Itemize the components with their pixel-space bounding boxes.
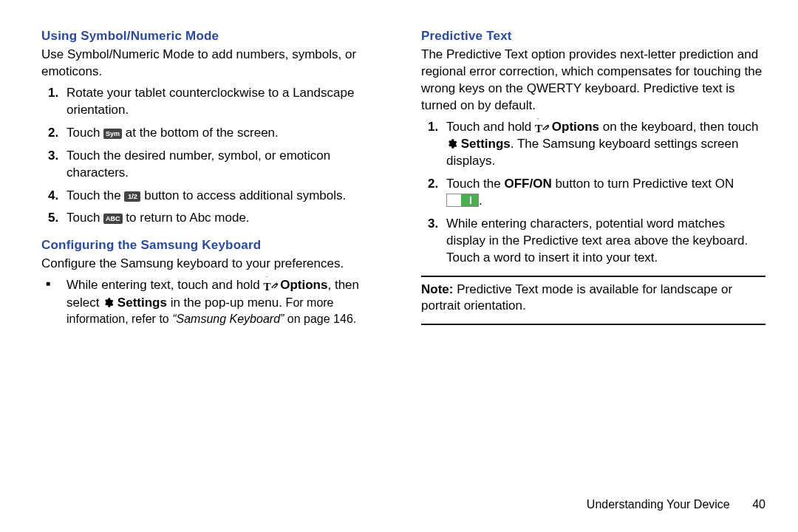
heading-configure-keyboard: Configuring the Samsung Keyboard	[41, 237, 386, 254]
note-block: Note: Predictive Text mode is available …	[421, 276, 765, 326]
divider	[421, 276, 765, 277]
page-footer: Understanding Your Device 40	[587, 497, 765, 513]
gear-icon	[103, 297, 114, 308]
options-icon: T¨	[264, 279, 277, 294]
text: While entering text, touch and hold	[66, 278, 264, 292]
text: .	[479, 194, 482, 208]
text: at the bottom of the screen.	[122, 126, 279, 140]
page-number: 40	[752, 497, 765, 513]
text: to return to Abc mode.	[123, 211, 250, 225]
label-settings: Settings	[457, 137, 511, 151]
label-settings: Settings	[114, 296, 167, 310]
sym-step-1: Rotate your tablet counterclockwise to a…	[62, 85, 386, 119]
footer-section: Understanding Your Device	[587, 498, 730, 511]
text: button to access additional symbols.	[140, 188, 346, 202]
list-sym-steps: Rotate your tablet counterclockwise to a…	[41, 85, 386, 228]
toggle-on-icon	[446, 194, 479, 207]
text: Touch	[66, 126, 103, 140]
text: Touch the	[66, 188, 124, 202]
note-label: Note:	[421, 282, 453, 296]
list-cfg: While entering text, touch and hold T¨ O…	[41, 277, 386, 328]
text: on the keyboard, then touch	[599, 120, 759, 134]
sym-step-3: Touch the desired number, symbol, or emo…	[62, 148, 386, 182]
keycap-abc: ABC	[103, 214, 123, 224]
para-cfg-intro: Configure the Samsung keyboard to your p…	[41, 256, 386, 273]
heading-predictive-text: Predictive Text	[421, 28, 765, 45]
text: Touch	[66, 211, 103, 225]
sym-step-2: Touch Sym at the bottom of the screen.	[62, 125, 386, 142]
note-text: Note: Predictive Text mode is available …	[421, 282, 765, 316]
heading-symbolic-mode: Using Symbol/Numeric Mode	[41, 28, 386, 45]
list-pt-steps: Touch and hold T¨ Options on the keyboar…	[421, 119, 765, 267]
sym-step-5: Touch ABC to return to Abc mode.	[62, 210, 386, 227]
text: on page 146.	[284, 313, 356, 325]
cfg-bullet: While entering text, touch and hold T¨ O…	[62, 277, 386, 328]
options-icon: T¨	[535, 121, 548, 136]
text: Touch and hold	[446, 120, 535, 134]
pt-step-3: While entering characters, potential wor…	[442, 216, 765, 267]
text: Touch the	[446, 177, 504, 191]
para-sym-intro: Use Symbol/Numeric Mode to add numbers, …	[41, 47, 386, 81]
divider	[421, 324, 765, 325]
label-options: Options	[548, 120, 599, 134]
text: in the pop-up menu.	[167, 296, 286, 310]
label-options: Options	[277, 278, 328, 292]
text: button to turn Predictive text ON	[552, 177, 734, 191]
keycap-sym: Sym	[103, 129, 122, 139]
pt-step-2: Touch the OFF/ON button to turn Predicti…	[442, 176, 765, 210]
sym-step-4: Touch the 1/2 button to access additiona…	[62, 188, 386, 205]
pt-step-1: Touch and hold T¨ Options on the keyboar…	[442, 119, 765, 170]
para-pt-intro: The Predictive Text option provides next…	[421, 47, 765, 115]
keycap-1-2: 1/2	[124, 191, 140, 202]
reference-link: “Samsung Keyboard”	[172, 313, 284, 325]
note-body: Predictive Text mode is available for la…	[421, 282, 732, 313]
label-off-on: OFF/ON	[504, 177, 551, 191]
gear-icon	[446, 138, 457, 149]
